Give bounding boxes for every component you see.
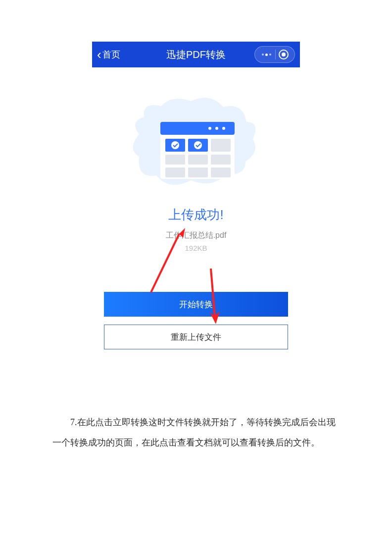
file-name: 工作汇报总结.pdf: [102, 230, 290, 241]
back-button[interactable]: ‹ 首页: [97, 48, 120, 61]
start-convert-button[interactable]: 开始转换: [104, 292, 288, 317]
step-paragraph: 7.在此点击立即转换这时文件转换就开始了，等待转换完成后会出现一个转换成功的页面…: [52, 412, 340, 452]
capsule-menu: [254, 46, 295, 63]
svg-rect-7: [211, 139, 231, 152]
upload-success-illustration: [127, 92, 265, 191]
file-size: 192KB: [102, 244, 290, 252]
content-area: 上传成功! 工作汇报总结.pdf 192KB 开始转换 重新上传文件: [92, 67, 300, 369]
svg-point-8: [171, 141, 179, 149]
svg-point-3: [215, 127, 218, 130]
capsule-divider: [275, 50, 276, 59]
svg-rect-11: [188, 155, 208, 165]
chevron-left-icon: ‹: [97, 48, 101, 61]
reupload-button[interactable]: 重新上传文件: [104, 325, 288, 349]
svg-rect-12: [211, 155, 231, 165]
button-group: 开始转换 重新上传文件: [102, 292, 290, 349]
svg-point-4: [222, 127, 225, 130]
more-button[interactable]: [258, 54, 275, 56]
status-title: 上传成功!: [102, 206, 290, 223]
svg-rect-15: [211, 167, 231, 177]
svg-rect-10: [165, 155, 185, 165]
svg-point-9: [194, 141, 202, 149]
back-label: 首页: [102, 49, 120, 60]
svg-rect-14: [188, 167, 208, 177]
nav-bar: ‹ 首页 迅捷PDF转换: [92, 42, 300, 67]
svg-rect-13: [165, 167, 185, 177]
mini-program-screenshot: ‹ 首页 迅捷PDF转换: [92, 42, 300, 369]
svg-point-2: [208, 127, 211, 130]
close-miniprogram-button[interactable]: [279, 50, 289, 59]
